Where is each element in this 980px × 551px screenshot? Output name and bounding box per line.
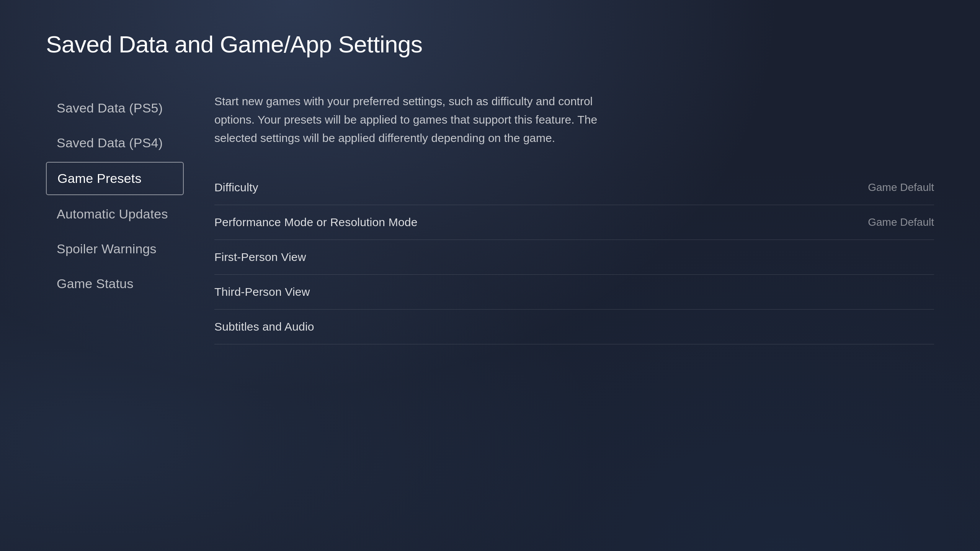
- sidebar-item-saved-data-ps5[interactable]: Saved Data (PS5): [46, 92, 184, 124]
- setting-name-first-person-view: First-Person View: [214, 251, 306, 264]
- sidebar-item-saved-data-ps4[interactable]: Saved Data (PS4): [46, 127, 184, 159]
- setting-row-third-person-view[interactable]: Third-Person View: [214, 275, 934, 310]
- setting-row-subtitles-audio[interactable]: Subtitles and Audio: [214, 310, 934, 344]
- settings-list: DifficultyGame DefaultPerformance Mode o…: [214, 170, 934, 344]
- setting-value-performance-mode: Game Default: [868, 216, 934, 228]
- sidebar-item-automatic-updates[interactable]: Automatic Updates: [46, 198, 184, 230]
- setting-row-first-person-view[interactable]: First-Person View: [214, 240, 934, 275]
- sidebar-item-game-presets[interactable]: Game Presets: [46, 162, 184, 195]
- section-description: Start new games with your preferred sett…: [214, 92, 635, 147]
- setting-name-third-person-view: Third-Person View: [214, 285, 310, 298]
- setting-row-performance-mode[interactable]: Performance Mode or Resolution ModeGame …: [214, 205, 934, 240]
- content-layout: Saved Data (PS5)Saved Data (PS4)Game Pre…: [46, 88, 934, 520]
- setting-name-subtitles-audio: Subtitles and Audio: [214, 320, 314, 333]
- main-content: Start new games with your preferred sett…: [214, 88, 934, 520]
- sidebar: Saved Data (PS5)Saved Data (PS4)Game Pre…: [46, 88, 184, 520]
- setting-value-difficulty: Game Default: [868, 181, 934, 194]
- setting-name-difficulty: Difficulty: [214, 181, 258, 194]
- page-container: Saved Data and Game/App Settings Saved D…: [0, 0, 980, 551]
- setting-row-difficulty[interactable]: DifficultyGame Default: [214, 170, 934, 205]
- page-title: Saved Data and Game/App Settings: [46, 31, 934, 58]
- sidebar-item-spoiler-warnings[interactable]: Spoiler Warnings: [46, 233, 184, 265]
- sidebar-item-game-status[interactable]: Game Status: [46, 268, 184, 300]
- setting-name-performance-mode: Performance Mode or Resolution Mode: [214, 216, 418, 229]
